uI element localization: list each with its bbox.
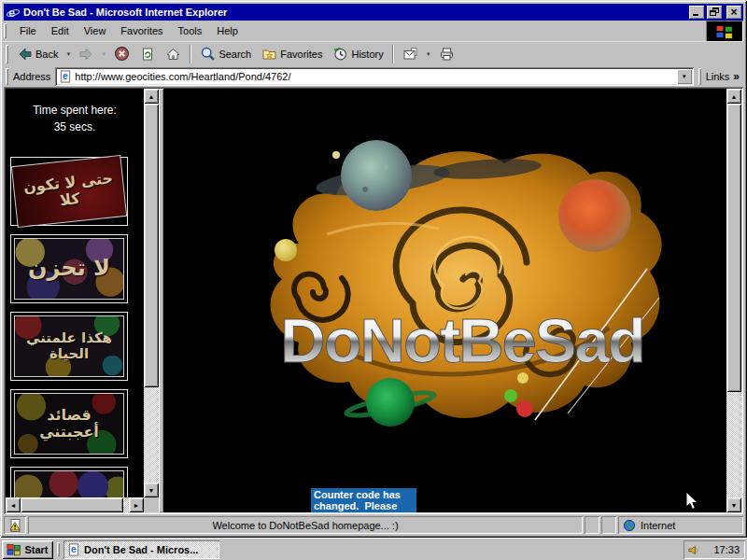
page-ie-icon: e: [59, 69, 72, 84]
svg-text:e: e: [71, 544, 77, 554]
svg-text:e: e: [8, 6, 15, 19]
addressbar-grip[interactable]: [6, 68, 8, 85]
sidebar-link-3[interactable]: هكذا علمتني الحياة: [10, 312, 128, 381]
back-label: Back: [35, 49, 58, 60]
favorites-icon: [261, 47, 277, 62]
search-button[interactable]: Search: [195, 44, 256, 63]
close-button[interactable]: ×: [726, 6, 741, 19]
start-button[interactable]: Start: [2, 540, 53, 559]
print-button[interactable]: [434, 44, 459, 63]
timer-value: 35 secs.: [6, 119, 144, 135]
history-label: History: [351, 49, 383, 60]
forward-icon: [78, 47, 93, 62]
scroll-left-icon: ◄: [10, 502, 17, 509]
sidebar-link-4[interactable]: قصائد أعجبتني: [10, 389, 128, 458]
addressbar: Address e ▼ Links »: [4, 65, 743, 87]
task-button-dont-be-sad[interactable]: e Don't Be Sad - Micros...: [63, 540, 219, 559]
sidebar-link-4-label: قصائد أعجبتني: [14, 393, 124, 455]
system-tray: 17:33: [684, 540, 745, 559]
timer-title: Time spent here:: [6, 102, 144, 119]
home-button[interactable]: [161, 44, 186, 63]
planet-yellow-small: [275, 239, 297, 261]
minimize-icon: [692, 7, 701, 17]
scroll-down-icon: ▼: [731, 502, 738, 509]
home-icon: [165, 47, 181, 62]
links-chevron-icon: »: [733, 70, 740, 83]
history-button[interactable]: History: [328, 44, 388, 63]
menu-tools[interactable]: Tools: [171, 23, 210, 38]
scroll-up-icon: ▲: [148, 93, 155, 100]
sidebar-link-2-label: لا تحزن: [14, 238, 124, 300]
scroll-down-icon: ▼: [148, 487, 155, 494]
toolbar-grip[interactable]: [6, 45, 8, 63]
page-warning-icon: [8, 518, 22, 533]
links-grip[interactable]: [698, 68, 701, 85]
restore-button[interactable]: [707, 6, 722, 19]
page-scroll-up-button[interactable]: ▲: [726, 89, 741, 104]
donotbesad-logo-graphic: DoNotBeSad: [243, 132, 682, 440]
favorites-label: Favorites: [280, 49, 322, 60]
address-field: e ▼: [55, 67, 693, 86]
address-input[interactable]: [75, 70, 673, 83]
links-bar[interactable]: Links »: [706, 70, 741, 83]
address-dropdown-button[interactable]: ▼: [677, 69, 692, 84]
menu-favorites[interactable]: Favorites: [113, 23, 170, 38]
visit-timer: Time spent here: 35 secs.: [6, 102, 144, 135]
taskbar-clock[interactable]: 17:33: [713, 544, 740, 555]
main-frame: DoNotBeSad Counter code has changed. Ple…: [163, 89, 741, 512]
page-scroll-down-button[interactable]: ▼: [726, 497, 741, 512]
address-label: Address: [13, 71, 50, 82]
stop-button[interactable]: [109, 44, 134, 63]
forward-button[interactable]: [74, 44, 98, 63]
menu-view[interactable]: View: [77, 23, 114, 38]
script-status-pane: [4, 516, 26, 534]
menu-help[interactable]: Help: [209, 23, 246, 38]
status-message: Welcome to DoNotBeSad homepage... :): [28, 516, 583, 534]
throbber-windows-logo: [706, 21, 743, 42]
browser-viewport: Time spent here: 35 secs. حتى لا تكون كل…: [4, 87, 743, 514]
toolbar-separator-2: [392, 45, 394, 63]
mail-icon: [402, 47, 418, 62]
sidebar-hscrollbar-thumb[interactable]: [21, 497, 123, 512]
toolbar-separator: [190, 45, 191, 63]
page-scrollbar-track[interactable]: [726, 392, 741, 497]
search-icon: [200, 46, 216, 62]
volume-icon[interactable]: [687, 544, 700, 556]
task-label: Don't Be Sad - Micros...: [84, 544, 198, 555]
sidebar-link-5-label: E-Cards: [14, 470, 124, 497]
sidebar-scroll-right-button[interactable]: ►: [129, 497, 144, 512]
toolbar: Back ▼ ▼: [4, 41, 743, 64]
sidebar-link-1[interactable]: حتى لا تكون كلا: [10, 157, 128, 226]
forward-dropdown[interactable]: ▼: [99, 44, 108, 63]
sidebar-scroll-up-button[interactable]: ▲: [144, 89, 159, 104]
sidebar-scrollbar-track[interactable]: [144, 387, 159, 483]
start-windows-flag-icon: [7, 543, 21, 556]
taskbar: Start e Don't Be Sad - Micros... 17:33: [0, 538, 747, 560]
start-label: Start: [24, 544, 48, 555]
menu-file[interactable]: File: [12, 23, 44, 38]
sidebar-link-5[interactable]: E-Cards: [10, 467, 128, 497]
taskbar-grip[interactable]: [57, 542, 60, 556]
menubar: File Edit View Favorites Tools Help: [4, 21, 704, 40]
scroll-right-icon: ►: [134, 502, 140, 509]
sidebar-frame: Time spent here: 35 secs. حتى لا تكون كل…: [6, 89, 144, 497]
back-button[interactable]: Back: [13, 44, 63, 63]
menubar-grip[interactable]: [4, 23, 7, 38]
back-dropdown[interactable]: ▼: [63, 44, 73, 63]
refresh-button[interactable]: [135, 44, 160, 63]
links-label: Links: [706, 71, 730, 82]
menu-edit[interactable]: Edit: [44, 23, 77, 38]
mouse-cursor: [684, 491, 699, 511]
sidebar-scroll-left-button[interactable]: ◄: [6, 497, 21, 512]
sidebar-scroll-down-button[interactable]: ▼: [144, 483, 159, 497]
sidebar-scrollbar-thumb[interactable]: [144, 104, 159, 387]
favorites-button[interactable]: Favorites: [257, 44, 327, 63]
mail-dropdown[interactable]: ▼: [424, 44, 433, 63]
page-scrollbar-thumb[interactable]: [726, 104, 741, 392]
minimize-button[interactable]: [689, 6, 704, 19]
back-icon: [18, 47, 33, 62]
statusbar: Welcome to DoNotBeSad homepage... :) Int…: [4, 516, 743, 534]
refresh-icon: [140, 47, 155, 62]
sidebar-link-2[interactable]: لا تحزن: [10, 234, 128, 303]
mail-button[interactable]: [398, 44, 423, 63]
